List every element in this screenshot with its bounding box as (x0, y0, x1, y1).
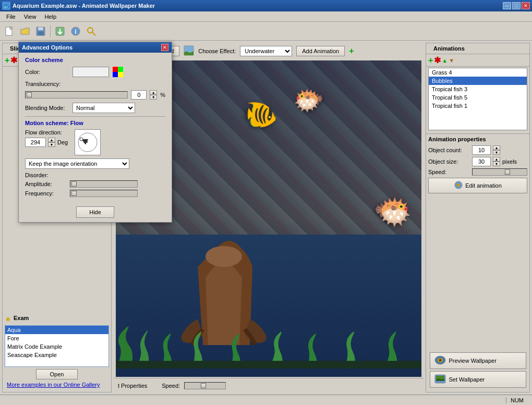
speed-slider[interactable] (184, 382, 226, 389)
effect-dropdown[interactable]: Underwater None Blur Glow (240, 46, 292, 56)
anim-properties-title: Animation properties (428, 136, 527, 142)
object-size-up[interactable]: ▲ (493, 157, 500, 162)
object-size-row: Object size: ▲ ▼ pixels (428, 157, 527, 166)
amplitude-row: Amplitude: (25, 180, 165, 188)
slide-add-icon[interactable]: + (5, 56, 9, 65)
frequency-row: Frequency: (25, 190, 165, 197)
anim-add-icon[interactable]: + (428, 56, 433, 65)
animations-toolbar: + ✱ ▲ ▼ (426, 54, 529, 67)
anim-speed-slider[interactable] (472, 168, 527, 176)
flow-direction-section: Flow direction: ▲ ▼ Deg (25, 129, 165, 155)
dialog-close-button[interactable]: ✕ (161, 44, 168, 51)
flow-deg-spinner: ▲ ▼ (48, 138, 55, 147)
translucency-input[interactable] (131, 90, 147, 100)
save-button[interactable] (33, 24, 48, 39)
object-count-spinner: ▲ ▼ (493, 145, 500, 155)
amplitude-label: Amplitude: (25, 181, 67, 187)
set-wallpaper-button[interactable]: Set Wallpaper (430, 371, 526, 388)
anim-item-grass4[interactable]: Grass 4 (429, 68, 527, 77)
object-count-input[interactable] (472, 145, 491, 155)
edit-animation-button[interactable]: Edit animation (428, 178, 527, 193)
svg-point-21 (439, 359, 441, 361)
blending-dropdown[interactable]: Normal Multiply Screen Overlay Add (72, 103, 135, 113)
preview-wallpaper-button[interactable]: Preview Wallpaper (430, 352, 526, 369)
animation-properties: Animation properties Object count: ▲ ▼ O… (426, 133, 529, 195)
object-count-down[interactable]: ▼ (493, 150, 500, 155)
fish-yellow: 🐡 (293, 86, 324, 115)
amplitude-slider[interactable] (70, 180, 138, 188)
preview-icon (434, 355, 446, 366)
fish-orange: 🐠 (244, 99, 278, 130)
menu-view[interactable]: View (20, 13, 41, 21)
object-count-label: Object count: (428, 147, 470, 153)
advanced-options-dialog: Advanced Options ✕ Color scheme Color: (18, 42, 172, 223)
color-picker-icon[interactable] (112, 66, 124, 78)
flow-deg-up[interactable]: ▲ (48, 138, 55, 142)
svg-rect-4 (38, 31, 44, 35)
anim-item-tf3[interactable]: Tropical fish 3 (429, 85, 527, 93)
flow-deg-input[interactable] (25, 138, 46, 147)
translucency-slider[interactable] (25, 91, 128, 99)
new-button[interactable] (2, 24, 17, 39)
example-item-matrix[interactable]: Matrix Code Example (5, 342, 108, 351)
menu-help[interactable]: Help (40, 13, 61, 21)
object-count-row: Object count: ▲ ▼ (428, 145, 527, 155)
svg-rect-3 (38, 27, 43, 30)
svg-point-8 (88, 28, 93, 33)
disorder-section: Disorder: Amplitude: Frequency: (25, 172, 165, 197)
edit-animation-label: Edit animation (465, 182, 502, 189)
anim-item-bubbles[interactable]: Bubbles (429, 77, 527, 85)
dialog-footer: Hide (19, 203, 172, 222)
gallery-link[interactable]: More examples in our Online Gallery (5, 379, 109, 390)
title-bar-text: 🐟 Aquarium Example.asw - Animated Wallpa… (2, 2, 155, 10)
anim-item-tf1[interactable]: Tropical fish 1 (429, 102, 527, 110)
object-size-input[interactable] (472, 157, 491, 166)
key-button[interactable] (84, 24, 99, 39)
translucency-label: Translucency: (25, 81, 69, 87)
dialog-title-bar: Advanced Options ✕ (19, 42, 172, 53)
close-button[interactable]: ✕ (522, 2, 530, 9)
anim-remove-icon[interactable]: ✱ (434, 55, 441, 65)
edit-anim-icon (454, 180, 463, 191)
maximize-button[interactable]: □ (512, 2, 521, 9)
frequency-label: Frequency: (25, 190, 67, 197)
example-item-fore[interactable]: Fore (5, 334, 108, 342)
translucency-down[interactable]: ▼ (150, 95, 157, 100)
star-icon: ★ (5, 315, 11, 323)
export-button[interactable] (53, 24, 67, 39)
anim-down-icon[interactable]: ▼ (449, 57, 454, 64)
object-count-up[interactable]: ▲ (493, 145, 500, 150)
object-size-down[interactable]: ▼ (493, 162, 500, 166)
orientation-dropdown[interactable]: Keep the image orientation Rotate with d… (25, 158, 129, 169)
bottom-buttons: Preview Wallpaper Set Wallpaper (426, 348, 529, 392)
flow-deg-controls: ▲ ▼ Deg (25, 138, 69, 147)
open-button[interactable] (18, 24, 32, 39)
svg-rect-1 (10, 27, 12, 29)
color-preview[interactable] (72, 67, 109, 77)
example-item-aqua[interactable]: Aqua (5, 326, 108, 334)
menu-file[interactable]: File (2, 13, 20, 21)
svg-rect-24 (113, 67, 118, 72)
flow-direction-icon[interactable] (75, 129, 101, 155)
plants-overlay (116, 314, 421, 377)
info-button[interactable]: i (68, 24, 83, 39)
anim-item-tf5[interactable]: Tropical fish 5 (429, 93, 527, 102)
frequency-slider[interactable] (70, 190, 138, 197)
speed-thumb (201, 383, 206, 388)
change-bg-icon (184, 45, 194, 57)
minimize-button[interactable]: ─ (503, 2, 511, 9)
slide-remove-icon[interactable]: ✱ (10, 55, 17, 65)
flow-deg-down[interactable]: ▼ (48, 142, 55, 147)
examples-title: Exam (14, 315, 29, 321)
dialog-window: Advanced Options ✕ Color scheme Color: (18, 42, 172, 223)
open-button[interactable]: Open (36, 369, 78, 379)
svg-rect-27 (118, 72, 123, 77)
svg-point-15 (205, 246, 242, 267)
add-animation-button[interactable]: Add Animation (296, 46, 345, 56)
hide-button[interactable]: Hide (76, 206, 114, 218)
anim-up-icon[interactable]: ▲ (442, 57, 448, 64)
translucency-up[interactable]: ▲ (150, 90, 157, 95)
example-item-seascape[interactable]: Seascape Example (5, 351, 108, 359)
examples-list: Aqua Fore Matrix Code Example Seascape E… (5, 325, 109, 367)
object-size-spinner: ▲ ▼ (493, 157, 500, 166)
